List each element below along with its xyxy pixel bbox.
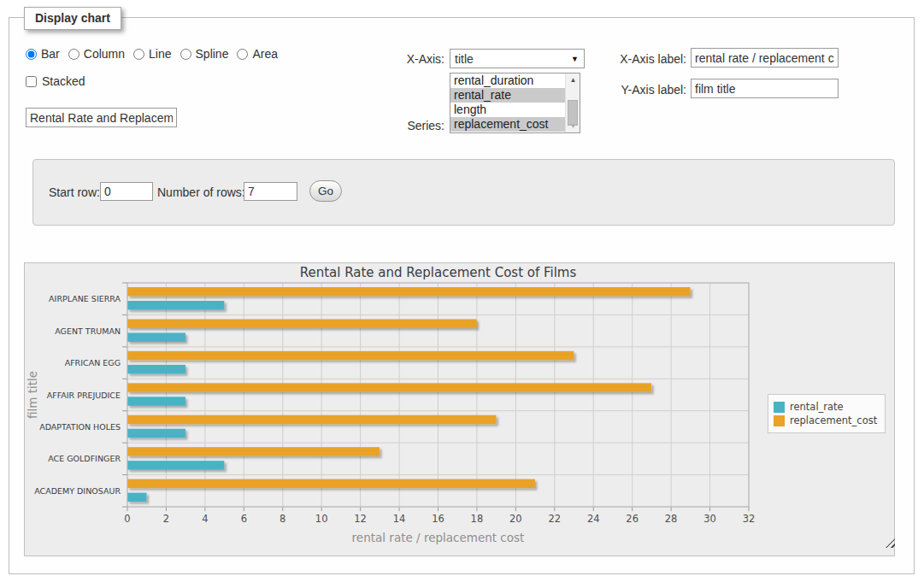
radio-line[interactable]: Line [133,47,171,61]
svg-text:2: 2 [163,513,169,525]
radio-column[interactable]: Column [68,47,125,61]
svg-text:10: 10 [315,513,328,525]
scrollbar-up-arrow-icon[interactable]: ▲ [566,73,580,86]
radio-spline-label: Spline [196,47,229,61]
stacked-label: Stacked [42,74,85,88]
svg-text:26: 26 [626,513,639,525]
page: Display chart Bar Column Line Spline Are… [0,0,924,582]
legend-entry: replacement_cost [774,414,877,426]
svg-text:rental rate / replacement cost: rental rate / replacement cost [352,531,525,544]
stacked-checkbox-row: Stacked [26,74,85,88]
radio-line-input[interactable] [133,49,144,60]
svg-text:ACADEMY DINOSAUR: ACADEMY DINOSAUR [34,486,121,496]
legend-entry: rental_rate [774,401,877,413]
radio-area-label: Area [252,47,278,61]
start-row-label: Start row: [49,185,100,199]
svg-text:AFFAIR PREJUDICE: AFFAIR PREJUDICE [47,391,121,400]
x-axis-select[interactable]: title [450,49,585,68]
series-option-rental-rate[interactable]: rental_rate [450,88,565,103]
radio-area-input[interactable] [237,49,248,60]
svg-text:8: 8 [280,513,285,525]
svg-text:14: 14 [393,513,406,525]
svg-text:ACE GOLDFINGER: ACE GOLDFINGER [48,454,121,463]
svg-text:28: 28 [665,513,678,525]
radio-column-label: Column [84,47,125,61]
y-axis-label-input[interactable] [691,79,839,98]
radio-bar-input[interactable] [26,49,37,60]
chart-container: Rental Rate and Replacement Cost of Film… [24,262,895,556]
num-rows-input[interactable] [244,182,297,201]
x-axis-label: X-Axis: [389,52,444,66]
radio-column-input[interactable] [68,49,79,60]
svg-text:Rental Rate and Replacement Co: Rental Rate and Replacement Cost of Film… [300,265,577,280]
chart-type-radio-group: Bar Column Line Spline Area [26,47,286,61]
radio-bar[interactable]: Bar [26,47,60,61]
scrollbar-down-arrow-icon[interactable]: ▼ [566,120,580,132]
svg-text:32: 32 [743,513,756,525]
svg-text:24: 24 [587,513,600,525]
stacked-checkbox[interactable] [26,76,37,87]
series-option-length[interactable]: length [450,103,565,117]
svg-text:4: 4 [202,513,208,525]
svg-text:30: 30 [703,513,716,525]
svg-text:18: 18 [471,513,484,525]
svg-text:12: 12 [354,513,367,525]
series-option-replacement-cost[interactable]: replacement_cost [450,117,565,132]
svg-text:0: 0 [124,513,130,525]
svg-text:AFRICAN EGG: AFRICAN EGG [65,358,121,367]
radio-spline-input[interactable] [180,49,191,60]
legend-entry-label: replacement_cost [790,414,877,426]
radio-area[interactable]: Area [237,47,278,61]
series-label: Series: [389,119,444,132]
bar-chart: Rental Rate and Replacement Cost of Film… [25,263,894,556]
svg-text:6: 6 [241,513,247,525]
chart-legend: rental_ratereplacement_cost [768,394,886,433]
x-axis-select-wrap: title ▼ [450,49,585,68]
start-row-input[interactable] [100,182,153,201]
x-axis-label-field-label: X-Axis label: [603,52,686,66]
radio-line-label: Line [149,47,171,61]
svg-text:ADAPTATION HOLES: ADAPTATION HOLES [39,422,121,432]
legend-entry-label: rental_rate [790,401,844,413]
chart-title-input[interactable] [26,108,177,127]
svg-text:22: 22 [548,513,561,525]
num-rows-label: Number of rows: [157,185,245,199]
y-axis-label-field-label: Y-Axis label: [603,83,686,97]
svg-text:AGENT TRUMAN: AGENT TRUMAN [55,326,121,336]
radio-spline[interactable]: Spline [180,47,229,61]
x-axis-label-input[interactable] [691,48,839,68]
legend-swatch-icon [774,402,785,413]
svg-text:20: 20 [509,513,522,525]
series-option-rental-duration[interactable]: rental_duration [450,73,565,88]
svg-text:16: 16 [432,513,444,525]
legend-swatch-icon [774,415,785,426]
panel-title: Display chart [24,7,121,30]
svg-text:AIRPLANE SIERRA: AIRPLANE SIERRA [49,294,121,303]
go-button[interactable]: Go [309,180,342,202]
svg-text:film title: film title [26,371,39,419]
series-listbox[interactable]: rental_duration rental_rate length repla… [450,73,580,133]
radio-bar-label: Bar [41,47,60,61]
series-scrollbar[interactable]: ▲ ▼ [565,73,580,132]
series-options: rental_duration rental_rate length repla… [450,73,565,132]
